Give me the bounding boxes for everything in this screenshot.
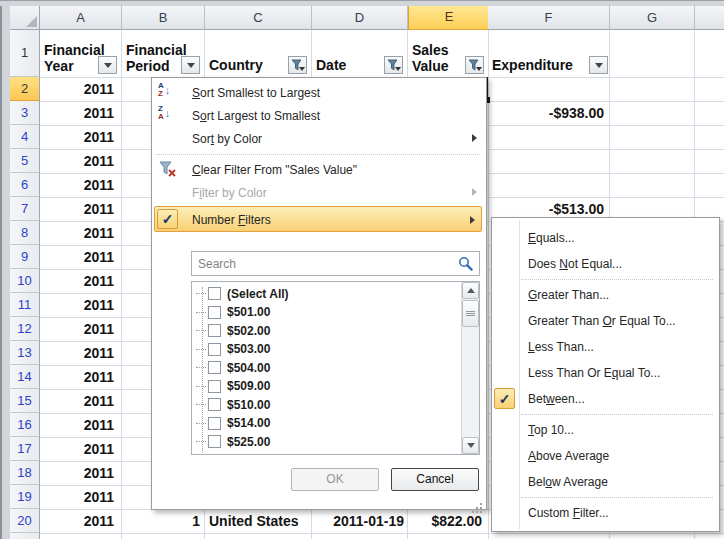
cell-year[interactable]: 2011 — [44, 149, 114, 173]
header-cell-expenditure[interactable]: Expenditure — [492, 57, 573, 73]
filter-dropdown-button-expenditure[interactable] — [589, 56, 608, 74]
scrollbar-thumb[interactable] — [462, 300, 479, 327]
scroll-down-button[interactable] — [462, 437, 479, 454]
row-header-9[interactable]: 9 — [10, 245, 40, 269]
cell-year[interactable]: 2011 — [44, 341, 114, 365]
resize-grip[interactable] — [480, 503, 482, 505]
cell-date-d20[interactable]: 2011-01-19 — [316, 509, 404, 533]
row-header-20[interactable]: 20 — [10, 509, 40, 533]
header-cell-country[interactable]: Country — [209, 57, 263, 73]
cell-year[interactable]: 2011 — [44, 77, 114, 101]
column-header-G[interactable]: G — [610, 6, 695, 30]
checkbox[interactable] — [208, 361, 221, 374]
header-cell-sales-value[interactable]: Sales Value — [412, 42, 462, 74]
cell-year[interactable]: 2011 — [44, 269, 114, 293]
column-header-F[interactable]: F — [488, 6, 610, 30]
filter-dropdown-button-financial-year[interactable] — [98, 56, 117, 74]
submenu-item-does-not-equal[interactable]: Does Not Equal... — [493, 251, 717, 277]
submenu-item-less-than-or-equal[interactable]: Less Than Or Equal To... — [493, 360, 717, 386]
menu-item-sort-largest-to-smallest[interactable]: Sort Largest to Smallest — [153, 104, 483, 127]
checkbox[interactable] — [208, 324, 221, 337]
cell-year[interactable]: 2011 — [44, 389, 114, 413]
row-header-12[interactable]: 12 — [10, 317, 40, 341]
checkbox[interactable] — [208, 306, 221, 319]
submenu-item-greater-than-or-equal[interactable]: Greater Than Or Equal To... — [493, 308, 717, 334]
submenu-item-above-average[interactable]: Above Average — [493, 443, 717, 469]
row-header-19[interactable]: 19 — [10, 485, 40, 509]
menu-item-sort-by-color[interactable]: Sort by Color — [153, 127, 483, 150]
row-header-8[interactable]: 8 — [10, 221, 40, 245]
cell-expenditure-f3[interactable]: -$938.00 — [492, 101, 604, 125]
cell-year[interactable]: 2011 — [44, 485, 114, 509]
search-icon[interactable] — [458, 256, 474, 276]
row-header-7[interactable]: 7 — [10, 197, 40, 221]
filter-list-item-select-all[interactable]: (Select All) — [192, 284, 456, 303]
list-scrollbar[interactable] — [461, 282, 479, 454]
header-cell-financial-period[interactable]: Financial Period — [126, 42, 186, 74]
menu-item-number-filters[interactable]: ✓ Number Filters — [154, 206, 482, 232]
submenu-item-less-than[interactable]: Less Than... — [493, 334, 717, 360]
filter-dropdown-button-financial-period[interactable] — [181, 56, 200, 74]
row-header-13[interactable]: 13 — [10, 341, 40, 365]
cancel-button[interactable]: Cancel — [391, 468, 479, 491]
column-header-A[interactable]: A — [40, 6, 122, 30]
filter-list-item[interactable]: $509.00 — [192, 377, 456, 396]
submenu-item-between[interactable]: Between... — [493, 386, 717, 412]
cell-year[interactable]: 2011 — [44, 197, 114, 221]
row-header-18[interactable]: 18 — [10, 461, 40, 485]
cell-year[interactable]: 2011 — [44, 221, 114, 245]
cell-year[interactable]: 2011 — [44, 245, 114, 269]
row-header-5[interactable]: 5 — [10, 149, 40, 173]
cell-year[interactable]: 2011 — [44, 509, 114, 533]
menu-item-clear-filter[interactable]: Clear Filter From "Sales Value" — [153, 158, 483, 181]
row-header-11[interactable]: 11 — [10, 293, 40, 317]
column-header-partial[interactable] — [695, 6, 724, 30]
row-header-partial[interactable] — [10, 533, 40, 539]
row-header-6[interactable]: 6 — [10, 173, 40, 197]
ok-button[interactable]: OK — [291, 468, 379, 491]
column-header-B[interactable]: B — [122, 6, 205, 30]
cell-year[interactable]: 2011 — [44, 293, 114, 317]
filter-list-item-partial[interactable] — [192, 451, 456, 456]
cell-year[interactable]: 2011 — [44, 461, 114, 485]
header-cell-date[interactable]: Date — [316, 57, 346, 73]
checkbox[interactable] — [208, 380, 221, 393]
filter-applied-button-date[interactable] — [384, 56, 403, 74]
row-header-2-selected[interactable]: 2 — [10, 77, 40, 101]
filter-list-item[interactable]: $501.00 — [192, 303, 456, 322]
cell-year[interactable]: 2011 — [44, 365, 114, 389]
submenu-item-top-10[interactable]: Top 10... — [493, 417, 717, 443]
row-header-15[interactable]: 15 — [10, 389, 40, 413]
search-input[interactable] — [191, 251, 480, 276]
checkbox[interactable] — [208, 417, 221, 430]
row-header-10[interactable]: 10 — [10, 269, 40, 293]
column-header-D[interactable]: D — [312, 6, 408, 30]
filter-list-item[interactable]: $525.00 — [192, 432, 456, 451]
row-header-16[interactable]: 16 — [10, 413, 40, 437]
row-header-17[interactable]: 17 — [10, 437, 40, 461]
checkbox[interactable] — [208, 435, 221, 448]
menu-item-filter-by-color-disabled[interactable]: Filter by Color — [153, 181, 483, 204]
select-all-corner[interactable] — [10, 6, 40, 30]
row-header-1[interactable]: 1 — [10, 30, 40, 77]
filter-list-item[interactable]: $514.00 — [192, 414, 456, 433]
checkbox[interactable] — [208, 343, 221, 356]
submenu-item-below-average[interactable]: Below Average — [493, 469, 717, 495]
submenu-item-custom-filter[interactable]: Custom Filter... — [493, 500, 717, 526]
row-header-4[interactable]: 4 — [10, 125, 40, 149]
cell-year[interactable]: 2011 — [44, 173, 114, 197]
cell-year[interactable]: 2011 — [44, 437, 114, 461]
cell-sales-e20[interactable]: $822.00 — [410, 509, 482, 533]
filter-list-item[interactable]: $504.00 — [192, 358, 456, 377]
cell-year[interactable]: 2011 — [44, 125, 114, 149]
checkbox[interactable] — [208, 287, 221, 300]
row-header-3[interactable]: 3 — [10, 101, 40, 125]
column-header-E-selected[interactable]: E — [408, 6, 490, 30]
checkbox[interactable] — [208, 398, 221, 411]
filter-list-item[interactable]: $503.00 — [192, 340, 456, 359]
filter-list-item[interactable]: $510.00 — [192, 395, 456, 414]
filter-list-item[interactable]: $502.00 — [192, 321, 456, 340]
cell-year[interactable]: 2011 — [44, 317, 114, 341]
cell-year[interactable]: 2011 — [44, 413, 114, 437]
menu-item-sort-smallest-to-largest[interactable]: Sort Smallest to Largest — [153, 81, 483, 104]
